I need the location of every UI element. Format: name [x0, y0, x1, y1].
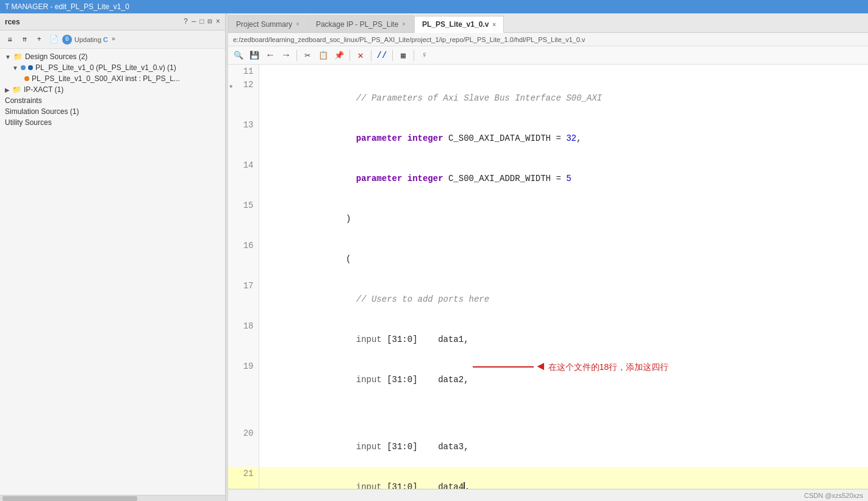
tree-utility-sources[interactable]: Utility Sources	[0, 117, 225, 128]
tab-bar: Project Summary × Package IP - PL_PS_Lit…	[228, 13, 868, 33]
code-content[interactable]: parameter integer C_S00_AXI_ADDR_WIDTH =…	[259, 158, 868, 199]
tab-close-icon[interactable]: ×	[296, 21, 299, 27]
close-icon[interactable]: ×	[216, 18, 220, 26]
search-button[interactable]: 🔍	[232, 49, 245, 62]
code-content[interactable]: // Parameters of Axi Slave Bus Interface…	[259, 78, 868, 118]
scroll-thumb	[2, 496, 137, 501]
annotation-area: ◄ 在这个文件的18行，添加这四行	[473, 360, 669, 374]
help-icon[interactable]: ?	[184, 18, 188, 26]
code-content[interactable]: input [31:0] data2, ◄ 在这个文件的18行，添加这四行	[259, 360, 868, 427]
toolbar-sep-2	[350, 50, 350, 61]
right-panel: Project Summary × Package IP - PL_PS_Lit…	[228, 13, 868, 501]
num-span: 5	[566, 174, 571, 183]
code-line-17: 17 // Users to add ports here	[228, 279, 868, 319]
more-arrow[interactable]: »	[110, 36, 117, 43]
tree-item-label: PL_PS_Lite_v1_0 (PL_PS_Lite_v1_0.v) (1)	[35, 63, 176, 72]
code-content[interactable]: // Users to add ports here	[259, 279, 868, 319]
copy-button[interactable]: 📋	[317, 49, 330, 62]
tab-label: Project Summary	[236, 20, 292, 29]
line-num: 16	[228, 239, 259, 279]
line-marker-icon: ◆	[229, 80, 232, 93]
code-content[interactable]: input [31:0] data4​,	[259, 467, 868, 489]
status-bar: CSDN @xzs520xzs	[228, 489, 868, 501]
folder-icon: 📁	[12, 85, 21, 94]
tree-item-label: Constraints	[5, 96, 42, 105]
tree-item-label: Utility Sources	[5, 118, 52, 127]
forward-button[interactable]: →	[279, 49, 293, 62]
comment-button[interactable]: //	[375, 49, 389, 62]
editor-toolbar: 🔍 💾 ← → ✂ 📋 📌 ✕ // ▦ ♀	[228, 46, 868, 65]
code-content[interactable]	[259, 65, 868, 78]
source-doc-button[interactable]: 📄	[48, 34, 60, 46]
title-bar: T MANAGER - edit_PL_PS_Lite_v1_0	[0, 0, 868, 13]
expand-arrow-icon: ▶	[5, 87, 10, 93]
inst-dot-icon	[24, 76, 29, 81]
file-path-text: e:/zedboard/learning_zedboard_soc_linux/…	[233, 36, 585, 43]
tab-package-ip[interactable]: Package IP - PL_PS_Lite ×	[308, 15, 414, 32]
code-table: 11 12 ◆ // Parameters of Axi Slave Bus I…	[228, 65, 868, 489]
tree-pl-ps-lite-v1[interactable]: ▼ PL_PS_Lite_v1_0 (PL_PS_Lite_v1_0.v) (1…	[0, 62, 225, 73]
code-line-19: 19 input [31:0] data2, ◄ 在这个文件的18行，添加这四行	[228, 360, 868, 427]
tab-label: PL_PS_Lite_v1_0.v	[422, 20, 489, 29]
keyword-span: input	[335, 335, 382, 344]
tab-close-icon[interactable]: ×	[402, 21, 406, 27]
tree-design-sources[interactable]: ▼ 📁 Design Sources (2)	[0, 51, 225, 62]
minimize-icon[interactable]: —	[192, 18, 196, 26]
save-button[interactable]: 💾	[248, 49, 261, 62]
tree-constraints[interactable]: Constraints	[0, 95, 225, 106]
line-num: 21	[228, 467, 259, 489]
code-content[interactable]: input [31:0] data1,	[259, 319, 868, 360]
line-num: 11	[228, 65, 259, 78]
toolbar-sep-3	[371, 50, 371, 61]
misc-button[interactable]: ♀	[418, 49, 431, 62]
keyword-span: integer	[407, 133, 443, 143]
tab-close-icon[interactable]: ×	[492, 21, 496, 28]
back-button[interactable]: ←	[264, 49, 277, 62]
keyword-span: integer	[407, 174, 443, 183]
tab-pl-ps-lite-v1[interactable]: PL_PS_Lite_v1_0.v ×	[414, 16, 504, 33]
file-path-bar: e:/zedboard/learning_zedboard_soc_linux/…	[228, 33, 868, 46]
line-num: 18	[228, 319, 259, 360]
add-source-button[interactable]: +	[33, 34, 45, 46]
delete-button[interactable]: ✕	[354, 49, 367, 62]
panel-scrollbar[interactable]	[0, 495, 225, 501]
cut-button[interactable]: ✂	[301, 49, 314, 62]
tree-s00-axi-inst[interactable]: PL_PS_Lite_v1_0_S00_AXI inst : PL_PS_L..…	[0, 73, 225, 84]
restore-icon[interactable]: □	[199, 18, 204, 26]
source-dot2-icon	[28, 65, 33, 70]
code-content[interactable]: )	[259, 199, 868, 239]
credit-text: CSDN @xzs520xzs	[804, 492, 863, 499]
panel-header: rces ? — □ ⊡ ×	[0, 13, 225, 30]
expand-all-button[interactable]: ⇊	[4, 34, 16, 46]
code-content[interactable]: input [31:0] data3,	[259, 427, 868, 467]
collapse-all-button[interactable]: ⇈	[18, 34, 30, 46]
float-icon[interactable]: ⊡	[208, 17, 212, 26]
expand-arrow-icon: ▼	[12, 65, 18, 71]
line-num: 19	[228, 360, 259, 427]
keyword-span: input	[335, 442, 382, 452]
code-line-11: 11	[228, 65, 868, 78]
paste-button[interactable]: 📌	[332, 49, 346, 62]
updating-label: Updating	[74, 36, 101, 43]
line-num: 13	[228, 118, 259, 158]
code-line-21: 21 input [31:0] data4​,	[228, 467, 868, 489]
line-num: 17	[228, 279, 259, 319]
code-line-12: 12 ◆ // Parameters of Axi Slave Bus Inte…	[228, 78, 868, 118]
keyword-span: input	[335, 375, 382, 385]
tree-item-label: Design Sources (2)	[25, 52, 88, 61]
line-num: 14	[228, 158, 259, 199]
code-editor[interactable]: 11 12 ◆ // Parameters of Axi Slave Bus I…	[228, 65, 868, 489]
tree-simulation-sources[interactable]: Simulation Sources (1)	[0, 106, 225, 117]
folder-icon: 📁	[13, 52, 23, 61]
line-num: 12 ◆	[228, 78, 259, 118]
code-line-16: 16 (	[228, 239, 868, 279]
grid-button[interactable]: ▦	[396, 49, 410, 62]
annotation-text: 在这个文件的18行，添加这四行	[548, 360, 669, 374]
code-content[interactable]: (	[259, 239, 868, 279]
badge-count: 0	[62, 35, 72, 44]
tab-project-summary[interactable]: Project Summary ×	[228, 15, 307, 32]
updating-status: Updating C	[74, 36, 108, 43]
code-content[interactable]: parameter integer C_S00_AXI_DATA_WIDTH =…	[259, 118, 868, 158]
arrow-line	[473, 366, 534, 368]
tree-ip-xact[interactable]: ▶ 📁 IP-XACT (1)	[0, 84, 225, 95]
